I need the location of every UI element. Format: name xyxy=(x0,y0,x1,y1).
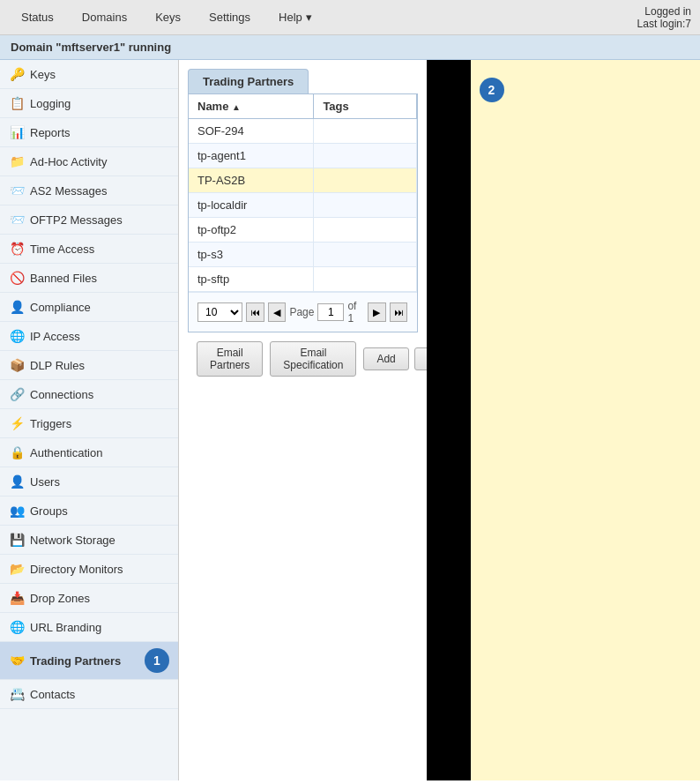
next-page-button[interactable]: ▶ xyxy=(368,302,386,322)
nav-status[interactable]: Status xyxy=(9,4,66,31)
prev-page-button[interactable]: ◀ xyxy=(268,302,287,322)
nav-help[interactable]: Help ▾ xyxy=(266,4,324,31)
sidebar-item-directorymonitors[interactable]: 📂 Directory Monitors xyxy=(0,555,178,584)
sidebar-item-ipaccess[interactable]: 🌐 IP Access xyxy=(0,322,178,351)
sidebar-item-timeaccess[interactable]: ⏰ Time Access xyxy=(0,235,178,264)
row-name: tp-s3 xyxy=(189,243,314,267)
sidebar-item-urlbranding[interactable]: 🌐 URL Branding xyxy=(0,613,178,642)
row-tags xyxy=(314,119,416,144)
nav-keys[interactable]: Keys xyxy=(143,4,193,31)
users-icon: 👤 xyxy=(9,474,25,489)
sidebar-item-label: Contacts xyxy=(30,688,75,701)
as2-icon: 📨 xyxy=(9,183,25,198)
edit-button[interactable]: Edit xyxy=(414,347,427,370)
main-content: Trading Partners Name ▲ Tags SOF-294tp-a… xyxy=(179,60,427,780)
sidebar-item-label: Network Storage xyxy=(30,534,115,547)
groups-icon: 👥 xyxy=(9,503,25,519)
table-row[interactable]: TP-AS2B xyxy=(189,168,416,193)
row-name: tp-sftp xyxy=(189,267,314,292)
sidebar-item-label: Banned Files xyxy=(30,272,97,285)
row-tags xyxy=(314,267,416,292)
sidebar-item-dropzones[interactable]: 📥 Drop Zones xyxy=(0,584,178,613)
tradingpartners-icon: 🤝 xyxy=(9,653,25,668)
sidebar-item-users[interactable]: 👤 Users xyxy=(0,467,178,497)
sidebar-item-networkstorage[interactable]: 💾 Network Storage xyxy=(0,526,178,555)
ipaccess-icon: 🌐 xyxy=(9,328,25,344)
sidebar-item-triggers[interactable]: ⚡ Triggers xyxy=(0,409,178,438)
sidebar-item-label: OFTP2 Messages xyxy=(30,213,123,227)
authentication-icon: 🔒 xyxy=(9,444,25,460)
urlbranding-icon: 🌐 xyxy=(9,619,25,635)
add-button[interactable]: Add xyxy=(363,347,408,370)
sidebar-item-tradingpartners[interactable]: 🤝 Trading Partners 1 xyxy=(0,642,178,680)
keys-icon: 🔑 xyxy=(9,66,25,82)
row-tags xyxy=(314,218,416,243)
row-tags xyxy=(314,243,416,267)
sidebar-item-label: Compliance xyxy=(30,301,91,314)
sidebar-item-contacts[interactable]: 📇 Contacts xyxy=(0,680,178,709)
sidebar-item-label: Groups xyxy=(30,504,68,518)
sidebar-item-label: DLP Rules xyxy=(30,359,85,372)
sidebar-item-adhoc[interactable]: 📁 Ad-Hoc Activity xyxy=(0,147,178,176)
row-name: tp-oftp2 xyxy=(189,218,314,243)
last-page-button[interactable]: ⏭ xyxy=(390,302,408,322)
step2-badge: 2 xyxy=(480,78,504,102)
nav-domains[interactable]: Domains xyxy=(70,4,139,31)
column-name[interactable]: Name ▲ xyxy=(189,94,314,119)
sidebar-item-label: Drop Zones xyxy=(30,592,90,605)
nav-menu-left: Status Domains Keys Settings Help ▾ xyxy=(9,4,324,31)
sidebar-item-banned[interactable]: 🚫 Banned Files xyxy=(0,264,178,293)
first-page-button[interactable]: ⏮ xyxy=(246,302,264,322)
tab-bar: Trading Partners xyxy=(188,69,418,93)
table-row[interactable]: tp-sftp xyxy=(189,267,416,292)
action-bar: Email Partners Email Specification Add E… xyxy=(188,332,418,385)
sidebar-item-keys[interactable]: 🔑 Keys xyxy=(0,60,178,89)
table-row[interactable]: tp-localdir xyxy=(189,193,416,218)
right-panel: 2 xyxy=(471,60,701,780)
networkstorage-icon: 💾 xyxy=(9,532,25,548)
column-tags: Tags xyxy=(314,94,416,119)
compliance-icon: 👤 xyxy=(9,299,25,315)
sidebar-item-connections[interactable]: 🔗 Connections xyxy=(0,380,178,409)
email-specification-button[interactable]: Email Specification xyxy=(270,341,356,377)
per-page-select[interactable]: 10 25 50 100 xyxy=(197,302,242,322)
sidebar-item-label: Triggers xyxy=(30,417,71,430)
wavy-divider xyxy=(427,60,471,780)
page-of-label: of 1 xyxy=(347,300,364,325)
sidebar-item-label: Authentication xyxy=(30,446,102,459)
sidebar-item-label: Reports xyxy=(30,126,71,139)
domain-bar: Domain "mftserver1" running xyxy=(0,35,700,60)
sidebar-item-logging[interactable]: 📋 Logging xyxy=(0,89,178,118)
sidebar-item-compliance[interactable]: 👤 Compliance xyxy=(0,293,178,322)
nav-settings[interactable]: Settings xyxy=(197,4,263,31)
table-row[interactable]: SOF-294 xyxy=(189,119,416,144)
timeaccess-icon: ⏰ xyxy=(9,241,25,257)
sidebar-item-reports[interactable]: 📊 Reports xyxy=(0,118,178,147)
sidebar-item-authentication[interactable]: 🔒 Authentication xyxy=(0,438,178,467)
sidebar-item-label: Users xyxy=(30,475,60,489)
row-name: TP-AS2B xyxy=(189,168,314,193)
table-row[interactable]: tp-s3 xyxy=(189,243,416,267)
top-navigation: Status Domains Keys Settings Help ▾ Logg… xyxy=(0,0,700,35)
email-partners-button[interactable]: Email Partners xyxy=(197,341,263,377)
trading-partners-table-container: Name ▲ Tags SOF-294tp-agent1TP-AS2Btp-lo… xyxy=(188,93,418,332)
sidebar-item-oftp2[interactable]: 📨 OFTP2 Messages xyxy=(0,205,178,235)
page-label: Page xyxy=(289,306,314,318)
sidebar-item-label: IP Access xyxy=(30,330,80,343)
sidebar-item-label: AS2 Messages xyxy=(30,184,107,198)
sidebar-item-label: Logging xyxy=(30,97,71,110)
sidebar-item-as2[interactable]: 📨 AS2 Messages xyxy=(0,176,178,205)
sidebar-item-label: URL Branding xyxy=(30,621,101,634)
tab-trading-partners[interactable]: Trading Partners xyxy=(188,69,309,93)
sidebar-item-dlp[interactable]: 📦 DLP Rules xyxy=(0,351,178,380)
sidebar-item-label: Keys xyxy=(30,68,56,81)
sidebar-item-label: Ad-Hoc Activity xyxy=(30,155,107,168)
step1-badge: 1 xyxy=(145,648,169,673)
sidebar-item-groups[interactable]: 👥 Groups xyxy=(0,497,178,526)
sidebar: 🔑 Keys 📋 Logging 📊 Reports 📁 Ad-Hoc Acti… xyxy=(0,60,179,780)
table-row[interactable]: tp-agent1 xyxy=(189,144,416,168)
login-info: Logged in Last login:7 xyxy=(637,5,691,30)
contacts-icon: 📇 xyxy=(9,686,25,702)
table-row[interactable]: tp-oftp2 xyxy=(189,218,416,243)
page-input[interactable] xyxy=(317,303,344,321)
